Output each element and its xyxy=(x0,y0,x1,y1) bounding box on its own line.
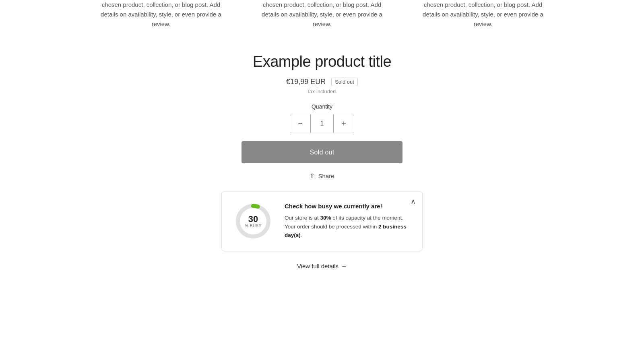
quantity-value: 1 xyxy=(310,114,334,133)
top-col-2: chosen product, collection, or blog post… xyxy=(254,0,390,29)
share-icon: ⇧ xyxy=(310,172,315,180)
view-details-label: View full details xyxy=(297,263,339,269)
decrease-quantity-button[interactable]: − xyxy=(290,114,310,133)
busy-percent: 30% xyxy=(320,215,331,221)
top-col-1-text: chosen product, collection, or blog post… xyxy=(101,1,221,27)
collapse-button[interactable]: ∧ xyxy=(411,197,416,206)
quantity-label: Quantity xyxy=(312,103,332,110)
donut-chart: 30 % BUSY xyxy=(233,201,273,241)
donut-number: 30 xyxy=(245,215,262,224)
donut-label: % BUSY xyxy=(245,224,262,228)
quantity-control: − 1 + xyxy=(290,114,354,133)
tax-info: Tax included. xyxy=(307,88,337,95)
top-col-3-text: chosen product, collection, or blog post… xyxy=(423,1,543,27)
busy-desc-suffix: . xyxy=(301,232,302,238)
view-details-arrow: → xyxy=(341,263,347,269)
busy-widget: ∧ 30 % BUSY Check how busy we cur xyxy=(221,191,423,251)
share-label: Share xyxy=(318,173,334,179)
busy-widget-description: Our store is at 30% of its capacity at t… xyxy=(285,214,411,240)
view-full-details-link[interactable]: View full details → xyxy=(297,263,347,269)
product-price: €19,99 EUR xyxy=(286,78,326,86)
top-col-2-text: chosen product, collection, or blog post… xyxy=(262,1,382,27)
sold-out-button: Sold out xyxy=(242,141,402,163)
product-title: Example product title xyxy=(253,53,391,70)
share-row[interactable]: ⇧ Share xyxy=(310,172,334,180)
busy-widget-title: Check how busy we currently are! xyxy=(285,203,411,210)
price-row: €19,99 EUR Sold out xyxy=(286,78,358,86)
busy-desc-prefix: Our store is at xyxy=(285,215,320,221)
top-col-1: chosen product, collection, or blog post… xyxy=(93,0,229,29)
busy-text-area: Check how busy we currently are! Our sto… xyxy=(285,203,411,240)
product-section: Example product title €19,99 EUR Sold ou… xyxy=(0,29,644,286)
top-col-3: chosen product, collection, or blog post… xyxy=(415,0,551,29)
increase-quantity-button[interactable]: + xyxy=(334,114,354,133)
sold-out-badge: Sold out xyxy=(331,78,358,86)
